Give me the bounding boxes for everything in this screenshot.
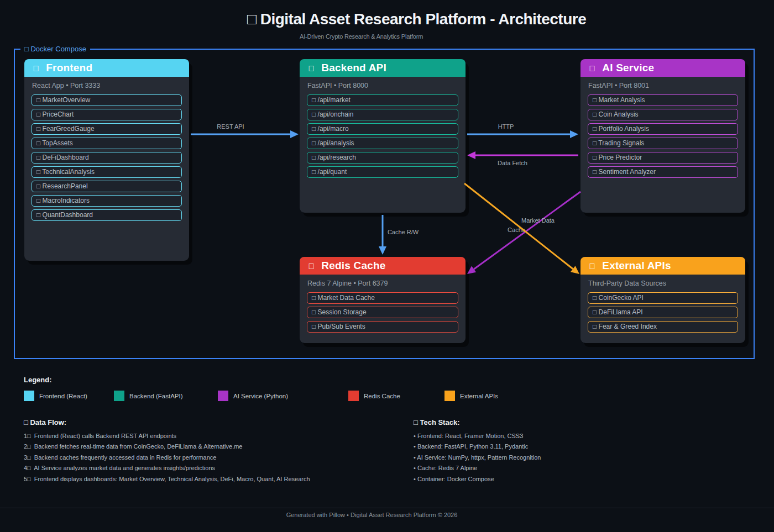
component-item: □ DeFiLlama API bbox=[588, 307, 738, 318]
legend-entry: Backend (FastAPI) bbox=[114, 391, 183, 401]
component-title: Frontend bbox=[46, 62, 92, 74]
legend-label: External APIs bbox=[460, 393, 498, 399]
component-items: □ MarketOverview□ PriceChart□ FearGreedG… bbox=[24, 94, 189, 221]
legend-swatch bbox=[24, 391, 34, 401]
component-items: □ /api/market□ /api/onchain□ /api/macro□… bbox=[300, 94, 466, 178]
component-redis-cache: □ Redis Cache Redis 7 Alpine • Port 6379… bbox=[300, 257, 466, 343]
tech-stack-item: • Backend: FastAPI, Python 3.11, Pydanti… bbox=[414, 441, 541, 452]
component-item: □ PriceChart bbox=[32, 109, 182, 120]
legend-entry: AI Service (Python) bbox=[218, 391, 288, 401]
component-title: Backend API bbox=[321, 62, 386, 74]
component-item: □ Price Predictor bbox=[588, 152, 738, 164]
data-flow-item: 3□ Backend caches frequently accessed da… bbox=[24, 452, 310, 463]
legend-entry: External APIs bbox=[444, 391, 498, 401]
external-apis-icon: □ bbox=[590, 261, 595, 271]
component-item: □ /api/research bbox=[307, 152, 458, 164]
component-title: External APIs bbox=[602, 260, 671, 272]
component-header: □ AI Service bbox=[580, 59, 745, 77]
component-item: □ TopAssets bbox=[32, 138, 182, 149]
legend-entry: Frontend (React) bbox=[24, 391, 87, 401]
legend-swatch bbox=[114, 391, 124, 401]
component-subtitle: React App • Port 3333 bbox=[32, 82, 181, 90]
component-external-apis: □ External APIs Third-Party Data Sources… bbox=[580, 257, 745, 343]
component-item: □ Coin Analysis bbox=[588, 109, 738, 120]
tech-stack-item: • Container: Docker Compose bbox=[414, 474, 541, 484]
data-flow-title: □ Data Flow: bbox=[24, 418, 66, 426]
legend-label: Redis Cache bbox=[364, 393, 400, 399]
component-item: □ CoinGecko API bbox=[588, 292, 738, 304]
page-title: □ Digital Asset Research Platform - Arch… bbox=[247, 10, 586, 28]
component-ai-service: □ AI Service FastAPI • Port 8001 □ Marke… bbox=[580, 59, 745, 213]
component-items: □ CoinGecko API□ DeFiLlama API□ Fear & G… bbox=[580, 292, 745, 333]
component-item: □ TechnicalAnalysis bbox=[32, 166, 182, 178]
component-subtitle: FastAPI • Port 8000 bbox=[307, 82, 458, 90]
component-title: Redis Cache bbox=[321, 260, 385, 272]
component-item: □ Market Data Cache bbox=[307, 292, 458, 304]
component-item: □ Pub/Sub Events bbox=[307, 321, 458, 333]
docker-compose-label: □ Docker Compose bbox=[20, 45, 90, 53]
component-item: □ /api/analysis bbox=[307, 138, 458, 149]
component-item: □ ResearchPanel bbox=[32, 181, 182, 192]
page-subtitle: AI-Driven Crypto Research & Analytics Pl… bbox=[300, 33, 423, 40]
legend-swatch bbox=[218, 391, 228, 401]
component-frontend: □ Frontend React App • Port 3333 □ Marke… bbox=[24, 59, 189, 261]
component-item: □ MacroIndicators bbox=[32, 195, 182, 207]
tech-stack-item: • Cache: Redis 7 Alpine bbox=[414, 463, 541, 473]
component-items: □ Market Analysis□ Coin Analysis□ Portfo… bbox=[580, 94, 745, 178]
data-flow-item: 5□ Frontend displays dashboards: Market … bbox=[24, 474, 310, 484]
component-item: □ Session Storage bbox=[307, 307, 458, 318]
component-item: □ Sentiment Analyzer bbox=[588, 166, 738, 178]
component-item: □ FearGreedGauge bbox=[32, 123, 182, 135]
redis-icon: □ bbox=[309, 261, 314, 271]
component-backend: □ Backend API FastAPI • Port 8000 □ /api… bbox=[300, 59, 466, 213]
data-flow-item: 2□ Backend fetches real-time data from C… bbox=[24, 441, 310, 452]
component-subtitle: Redis 7 Alpine • Port 6379 bbox=[307, 280, 458, 288]
tech-stack-list: • Frontend: React, Framer Motion, CSS3• … bbox=[414, 431, 541, 484]
component-header: □ External APIs bbox=[580, 257, 745, 275]
tech-stack-item: • AI Service: NumPy, httpx, Pattern Reco… bbox=[414, 452, 541, 463]
frontend-icon: □ bbox=[34, 64, 39, 73]
component-item: □ /api/market bbox=[307, 94, 458, 106]
data-flow-list: 1□ Frontend (React) calls Backend REST A… bbox=[24, 431, 310, 484]
docker-compose-container: □ Docker Compose □ Frontend React App • … bbox=[14, 49, 755, 359]
component-items: □ Market Data Cache□ Session Storage□ Pu… bbox=[300, 292, 466, 333]
component-header: □ Backend API bbox=[300, 59, 466, 77]
tech-stack-title: □ Tech Stack: bbox=[414, 418, 459, 426]
data-flow-item: 1□ Frontend (React) calls Backend REST A… bbox=[24, 431, 310, 441]
component-title: AI Service bbox=[602, 62, 654, 74]
component-item: □ QuantDashboard bbox=[32, 209, 182, 221]
tech-stack-item: • Frontend: React, Framer Motion, CSS3 bbox=[414, 431, 541, 441]
component-item: □ MarketOverview bbox=[32, 94, 182, 106]
legend-swatch bbox=[444, 391, 455, 401]
component-item: □ Portfolio Analysis bbox=[588, 123, 738, 135]
legend-title: Legend: bbox=[24, 376, 52, 384]
component-header: □ Frontend bbox=[24, 59, 189, 77]
component-item: □ /api/onchain bbox=[307, 109, 458, 120]
component-item: □ Fear & Greed Index bbox=[588, 321, 738, 333]
component-subtitle: Third-Party Data Sources bbox=[588, 280, 738, 288]
component-item: □ Trading Signals bbox=[588, 138, 738, 149]
component-item: □ /api/macro bbox=[307, 123, 458, 135]
legend-label: Frontend (React) bbox=[39, 393, 87, 399]
backend-icon: □ bbox=[309, 64, 314, 73]
component-item: □ DeFiDashboard bbox=[32, 152, 182, 164]
legend-entry: Redis Cache bbox=[348, 391, 400, 401]
legend-label: Backend (FastAPI) bbox=[129, 393, 183, 399]
component-item: □ /api/quant bbox=[307, 166, 458, 178]
footer-divider bbox=[0, 508, 774, 508]
data-flow-item: 4□ AI Service analyzes market data and g… bbox=[24, 463, 310, 473]
component-subtitle: FastAPI • Port 8001 bbox=[588, 82, 738, 90]
legend-swatch bbox=[348, 391, 359, 401]
footer-text: Generated with Pillow • Digital Asset Re… bbox=[0, 512, 744, 518]
component-item: □ Market Analysis bbox=[588, 94, 738, 106]
architecture-diagram: □ Digital Asset Research Platform - Arch… bbox=[0, 0, 774, 532]
component-header: □ Redis Cache bbox=[300, 257, 466, 275]
legend-label: AI Service (Python) bbox=[233, 393, 288, 399]
ai-service-icon: □ bbox=[590, 64, 595, 73]
